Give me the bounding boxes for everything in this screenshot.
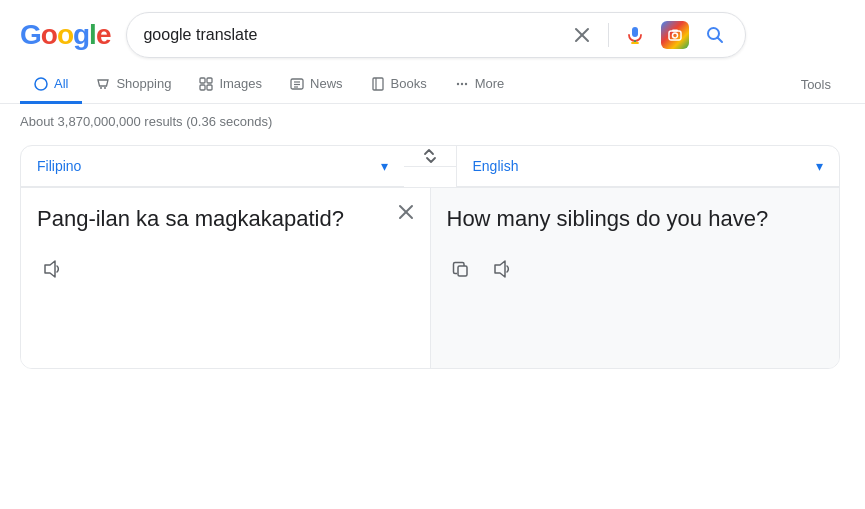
tab-shopping-label: Shopping <box>116 76 171 91</box>
svg-point-4 <box>673 33 678 38</box>
svg-point-8 <box>35 78 47 90</box>
google-logo: Google <box>20 19 110 51</box>
source-language-selector[interactable]: Filipino ▾ <box>21 146 404 187</box>
svg-marker-27 <box>45 261 55 277</box>
tab-books-label: Books <box>391 76 427 91</box>
svg-rect-13 <box>200 85 205 90</box>
source-language-label: Filipino <box>37 158 81 174</box>
svg-point-10 <box>104 87 106 89</box>
tools-button[interactable]: Tools <box>787 67 845 102</box>
svg-rect-11 <box>200 78 205 83</box>
search-icon-group <box>568 21 729 49</box>
source-language-dropdown-icon: ▾ <box>381 158 388 174</box>
logo-letter-o1: o <box>41 19 57 50</box>
clear-source-button[interactable] <box>394 200 418 224</box>
tab-news[interactable]: News <box>276 66 357 104</box>
target-language-dropdown-icon: ▾ <box>816 158 823 174</box>
search-divider <box>608 23 609 47</box>
image-search-button[interactable] <box>661 21 689 49</box>
search-input[interactable] <box>143 26 560 44</box>
tab-images-label: Images <box>219 76 262 91</box>
tab-all-label: All <box>54 76 68 91</box>
source-speak-button[interactable] <box>37 255 65 283</box>
results-info: About 3,870,000,000 results (0.36 second… <box>0 104 865 137</box>
shopping-icon <box>96 77 110 91</box>
svg-line-7 <box>718 38 723 43</box>
svg-point-21 <box>457 82 459 84</box>
logo-letter-g: G <box>20 19 41 50</box>
language-selector-row: Filipino ▾ English ▾ <box>21 146 839 188</box>
voice-search-button[interactable] <box>621 21 649 49</box>
logo-letter-l: l <box>89 19 96 50</box>
svg-rect-28 <box>458 266 467 276</box>
svg-marker-29 <box>495 261 505 277</box>
tab-shopping[interactable]: Shopping <box>82 66 185 104</box>
target-panel: How many siblings do you have? <box>431 188 840 368</box>
svg-rect-5 <box>672 30 678 32</box>
search-button[interactable] <box>701 21 729 49</box>
target-panel-bottom <box>447 255 824 283</box>
nav-tabs: All Shopping Images <box>0 66 865 104</box>
tab-news-label: News <box>310 76 343 91</box>
logo-letter-g2: g <box>73 19 89 50</box>
tab-more[interactable]: More <box>441 66 519 104</box>
source-panel-bottom <box>37 255 414 283</box>
target-language-selector[interactable]: English ▾ <box>456 146 840 187</box>
all-icon <box>34 77 48 91</box>
results-count: About 3,870,000,000 results (0.36 second… <box>20 114 272 129</box>
header: Google <box>0 0 865 66</box>
svg-rect-19 <box>373 78 383 90</box>
more-icon <box>455 77 469 91</box>
tab-all[interactable]: All <box>20 66 82 104</box>
tab-more-label: More <box>475 76 505 91</box>
svg-rect-14 <box>207 85 212 90</box>
translate-widget: Filipino ▾ English ▾ Pang-ilan ka sa mag… <box>20 145 840 369</box>
translation-panels: Pang-ilan ka sa magkakapatid? How many s… <box>21 188 839 368</box>
copy-translation-button[interactable] <box>447 255 475 283</box>
source-text: Pang-ilan ka sa magkakapatid? <box>37 204 414 235</box>
news-icon <box>290 77 304 91</box>
search-bar <box>126 12 746 58</box>
tab-books[interactable]: Books <box>357 66 441 104</box>
svg-rect-2 <box>632 27 638 37</box>
swap-languages-button[interactable] <box>404 146 456 167</box>
tab-images[interactable]: Images <box>185 66 276 104</box>
target-language-label: English <box>473 158 519 174</box>
svg-point-22 <box>461 82 463 84</box>
logo-letter-e: e <box>96 19 111 50</box>
source-panel: Pang-ilan ka sa magkakapatid? <box>21 188 431 368</box>
clear-search-button[interactable] <box>568 21 596 49</box>
images-icon <box>199 77 213 91</box>
svg-point-9 <box>100 87 102 89</box>
svg-point-23 <box>465 82 467 84</box>
logo-letter-o2: o <box>57 19 73 50</box>
target-text: How many siblings do you have? <box>447 204 824 235</box>
books-icon <box>371 77 385 91</box>
svg-rect-12 <box>207 78 212 83</box>
target-speak-button[interactable] <box>487 255 515 283</box>
